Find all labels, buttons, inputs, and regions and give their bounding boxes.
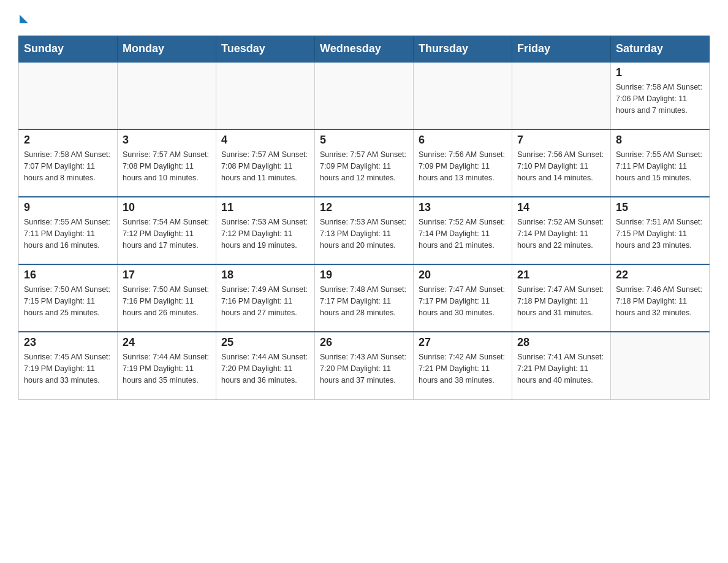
- calendar-cell: 10Sunrise: 7:54 AM Sunset: 7:12 PM Dayli…: [118, 197, 216, 264]
- calendar-cell: 22Sunrise: 7:46 AM Sunset: 7:18 PM Dayli…: [611, 264, 710, 332]
- day-info: Sunrise: 7:44 AM Sunset: 7:19 PM Dayligh…: [123, 351, 211, 386]
- week-row-1: 1Sunrise: 7:58 AM Sunset: 7:06 PM Daylig…: [19, 62, 710, 129]
- week-row-5: 23Sunrise: 7:45 AM Sunset: 7:19 PM Dayli…: [19, 332, 710, 399]
- logo: [18, 12, 28, 23]
- calendar-cell: 2Sunrise: 7:58 AM Sunset: 7:07 PM Daylig…: [19, 129, 118, 197]
- day-info: Sunrise: 7:52 AM Sunset: 7:14 PM Dayligh…: [419, 216, 507, 251]
- day-number: 24: [123, 336, 211, 349]
- week-row-4: 16Sunrise: 7:50 AM Sunset: 7:15 PM Dayli…: [19, 264, 710, 332]
- calendar-cell: 25Sunrise: 7:44 AM Sunset: 7:20 PM Dayli…: [216, 332, 315, 399]
- day-number: 19: [320, 269, 408, 282]
- day-number: 5: [320, 134, 408, 147]
- day-info: Sunrise: 7:50 AM Sunset: 7:16 PM Dayligh…: [123, 284, 211, 318]
- calendar-cell: 21Sunrise: 7:47 AM Sunset: 7:18 PM Dayli…: [512, 264, 611, 332]
- day-number: 12: [320, 201, 408, 214]
- day-info: Sunrise: 7:54 AM Sunset: 7:12 PM Dayligh…: [123, 216, 211, 251]
- day-number: 3: [123, 134, 211, 147]
- day-number: 6: [419, 134, 507, 147]
- day-number: 1: [616, 66, 704, 79]
- calendar-cell: 17Sunrise: 7:50 AM Sunset: 7:16 PM Dayli…: [118, 264, 216, 332]
- calendar-cell: [315, 62, 414, 129]
- day-info: Sunrise: 7:56 AM Sunset: 7:09 PM Dayligh…: [419, 149, 507, 183]
- calendar-cell: 28Sunrise: 7:41 AM Sunset: 7:21 PM Dayli…: [512, 332, 611, 399]
- day-number: 27: [419, 336, 507, 349]
- day-info: Sunrise: 7:55 AM Sunset: 7:11 PM Dayligh…: [24, 216, 112, 251]
- day-info: Sunrise: 7:51 AM Sunset: 7:15 PM Dayligh…: [616, 216, 704, 251]
- calendar-cell: 18Sunrise: 7:49 AM Sunset: 7:16 PM Dayli…: [216, 264, 315, 332]
- calendar-cell: 5Sunrise: 7:57 AM Sunset: 7:09 PM Daylig…: [315, 129, 414, 197]
- calendar-cell: 15Sunrise: 7:51 AM Sunset: 7:15 PM Dayli…: [611, 197, 710, 264]
- calendar-cell: 9Sunrise: 7:55 AM Sunset: 7:11 PM Daylig…: [19, 197, 118, 264]
- calendar-header-thursday: Thursday: [414, 36, 512, 63]
- day-info: Sunrise: 7:57 AM Sunset: 7:08 PM Dayligh…: [221, 149, 309, 183]
- day-info: Sunrise: 7:57 AM Sunset: 7:08 PM Dayligh…: [123, 149, 211, 183]
- calendar-cell: [414, 62, 512, 129]
- day-info: Sunrise: 7:41 AM Sunset: 7:21 PM Dayligh…: [517, 351, 605, 386]
- day-number: 17: [123, 269, 211, 282]
- calendar-cell: [512, 62, 611, 129]
- calendar-cell: 1Sunrise: 7:58 AM Sunset: 7:06 PM Daylig…: [611, 62, 710, 129]
- calendar-cell: 24Sunrise: 7:44 AM Sunset: 7:19 PM Dayli…: [118, 332, 216, 399]
- day-info: Sunrise: 7:44 AM Sunset: 7:20 PM Dayligh…: [221, 351, 309, 386]
- calendar-cell: [216, 62, 315, 129]
- day-info: Sunrise: 7:57 AM Sunset: 7:09 PM Dayligh…: [320, 149, 408, 183]
- calendar-cell: 8Sunrise: 7:55 AM Sunset: 7:11 PM Daylig…: [611, 129, 710, 197]
- day-number: 11: [221, 201, 309, 214]
- day-info: Sunrise: 7:58 AM Sunset: 7:07 PM Dayligh…: [24, 149, 112, 183]
- day-number: 22: [616, 269, 704, 282]
- calendar-header-friday: Friday: [512, 36, 611, 63]
- day-number: 9: [24, 201, 112, 214]
- calendar-cell: 27Sunrise: 7:42 AM Sunset: 7:21 PM Dayli…: [414, 332, 512, 399]
- day-number: 14: [517, 201, 605, 214]
- calendar-table: SundayMondayTuesdayWednesdayThursdayFrid…: [18, 36, 710, 400]
- day-number: 25: [221, 336, 309, 349]
- calendar-cell: 23Sunrise: 7:45 AM Sunset: 7:19 PM Dayli…: [19, 332, 118, 399]
- calendar-header-row: SundayMondayTuesdayWednesdayThursdayFrid…: [19, 36, 710, 63]
- page-header: [18, 12, 710, 23]
- day-number: 7: [517, 134, 605, 147]
- day-info: Sunrise: 7:52 AM Sunset: 7:14 PM Dayligh…: [517, 216, 605, 251]
- calendar-header-monday: Monday: [118, 36, 216, 63]
- calendar-cell: 11Sunrise: 7:53 AM Sunset: 7:12 PM Dayli…: [216, 197, 315, 264]
- calendar-cell: 7Sunrise: 7:56 AM Sunset: 7:10 PM Daylig…: [512, 129, 611, 197]
- day-info: Sunrise: 7:58 AM Sunset: 7:06 PM Dayligh…: [616, 82, 704, 116]
- day-info: Sunrise: 7:48 AM Sunset: 7:17 PM Dayligh…: [320, 284, 408, 318]
- day-number: 16: [24, 269, 112, 282]
- calendar-cell: [611, 332, 710, 399]
- day-info: Sunrise: 7:47 AM Sunset: 7:17 PM Dayligh…: [419, 284, 507, 318]
- day-info: Sunrise: 7:53 AM Sunset: 7:13 PM Dayligh…: [320, 216, 408, 251]
- day-number: 26: [320, 336, 408, 349]
- logo-arrow-icon: [20, 15, 28, 23]
- week-row-3: 9Sunrise: 7:55 AM Sunset: 7:11 PM Daylig…: [19, 197, 710, 264]
- day-info: Sunrise: 7:42 AM Sunset: 7:21 PM Dayligh…: [419, 351, 507, 386]
- calendar-cell: 13Sunrise: 7:52 AM Sunset: 7:14 PM Dayli…: [414, 197, 512, 264]
- day-info: Sunrise: 7:53 AM Sunset: 7:12 PM Dayligh…: [221, 216, 309, 251]
- calendar-cell: 12Sunrise: 7:53 AM Sunset: 7:13 PM Dayli…: [315, 197, 414, 264]
- day-number: 2: [24, 134, 112, 147]
- day-info: Sunrise: 7:47 AM Sunset: 7:18 PM Dayligh…: [517, 284, 605, 318]
- calendar-cell: 14Sunrise: 7:52 AM Sunset: 7:14 PM Dayli…: [512, 197, 611, 264]
- calendar-cell: 20Sunrise: 7:47 AM Sunset: 7:17 PM Dayli…: [414, 264, 512, 332]
- day-info: Sunrise: 7:46 AM Sunset: 7:18 PM Dayligh…: [616, 284, 704, 318]
- day-info: Sunrise: 7:55 AM Sunset: 7:11 PM Dayligh…: [616, 149, 704, 183]
- day-number: 21: [517, 269, 605, 282]
- day-number: 18: [221, 269, 309, 282]
- calendar-header-saturday: Saturday: [611, 36, 710, 63]
- day-number: 8: [616, 134, 704, 147]
- day-number: 20: [419, 269, 507, 282]
- day-info: Sunrise: 7:50 AM Sunset: 7:15 PM Dayligh…: [24, 284, 112, 318]
- calendar-cell: [118, 62, 216, 129]
- day-number: 28: [517, 336, 605, 349]
- day-number: 4: [221, 134, 309, 147]
- day-info: Sunrise: 7:43 AM Sunset: 7:20 PM Dayligh…: [320, 351, 408, 386]
- calendar-header-sunday: Sunday: [19, 36, 118, 63]
- calendar-cell: 16Sunrise: 7:50 AM Sunset: 7:15 PM Dayli…: [19, 264, 118, 332]
- day-number: 10: [123, 201, 211, 214]
- day-info: Sunrise: 7:45 AM Sunset: 7:19 PM Dayligh…: [24, 351, 112, 386]
- calendar-cell: [19, 62, 118, 129]
- calendar-cell: 4Sunrise: 7:57 AM Sunset: 7:08 PM Daylig…: [216, 129, 315, 197]
- calendar-cell: 26Sunrise: 7:43 AM Sunset: 7:20 PM Dayli…: [315, 332, 414, 399]
- day-info: Sunrise: 7:56 AM Sunset: 7:10 PM Dayligh…: [517, 149, 605, 183]
- day-number: 15: [616, 201, 704, 214]
- calendar-header-wednesday: Wednesday: [315, 36, 414, 63]
